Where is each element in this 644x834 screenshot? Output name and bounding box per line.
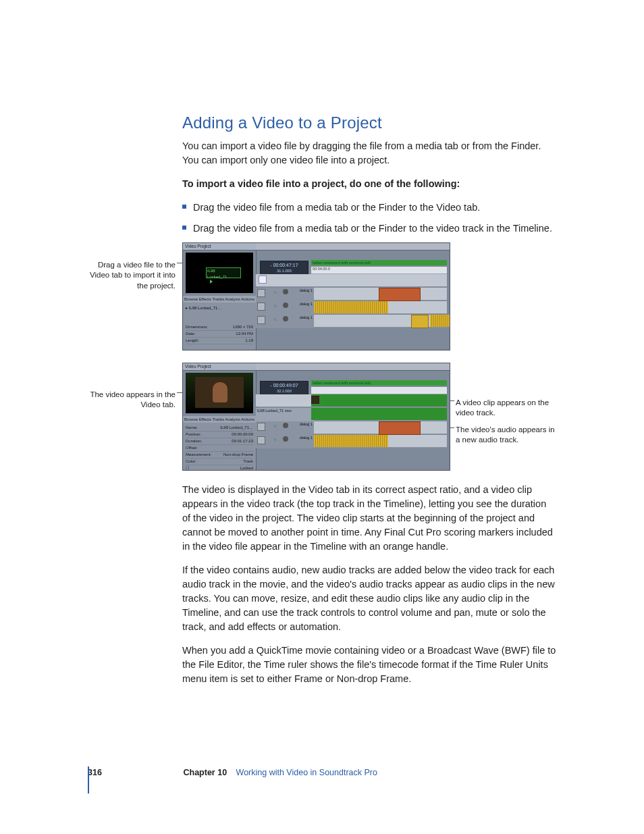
show-header: Italian restaurant with surround edit <box>311 380 447 386</box>
figure-1: Drag a video file to the Video tab to im… <box>88 242 574 350</box>
show-header: Italian restaurant with surround edit <box>311 260 447 265</box>
audio-track: ☆dialog 1 <box>256 315 447 328</box>
video-track-icon <box>259 276 267 284</box>
timeline-toolbar <box>256 363 450 371</box>
section-heading: Adding a Video to a Project <box>88 111 574 135</box>
bullet-item: Drag the video file from a media tab or … <box>182 221 557 236</box>
body-paragraph: If the video contains audio, new audio t… <box>182 563 557 634</box>
audio-track: ☆dialog 1 <box>256 301 447 314</box>
timeline-toolbar <box>256 243 450 251</box>
new-audio-clip <box>311 408 447 420</box>
drag-file-box: IL98 Locked_71… <box>206 267 241 278</box>
video-track <box>256 274 447 287</box>
screenshot: Video Project Browse Effects Tracks Anal… <box>182 363 450 471</box>
footer-rule <box>88 766 89 793</box>
time-ruler: 00:04:00:0 <box>311 267 447 274</box>
info-tabs: Browse Effects Tracks Analysis Actions <box>183 296 257 303</box>
video-preview-empty: IL98 Locked_71… <box>186 253 253 293</box>
info-list: Name:IL98 Locked_71… Position:00:00:00:0… <box>183 423 256 470</box>
audio-clip <box>379 288 421 301</box>
video-clip <box>311 394 447 407</box>
callout-left: Drag a video file to the Video tab to im… <box>81 260 176 292</box>
tabs-left: Video Project <box>183 363 213 370</box>
audio-clip <box>379 421 421 435</box>
instruction-heading: To import a video file into a project, d… <box>182 177 557 191</box>
cursor-icon <box>210 280 213 284</box>
video-track <box>256 394 447 407</box>
bullet-item: Drag the video file from a media tab or … <box>182 201 557 215</box>
audio-track-new: IL98 Locked_71 mov <box>256 408 447 421</box>
chapter-title: Working with Video in Soundtrack Pro <box>236 768 377 777</box>
callout-left: The video appears in the Video tab. <box>81 390 176 411</box>
info-tabs: Browse Effects Tracks Analysis Actions <box>183 416 257 423</box>
chapter-label: Chapter 10 <box>183 768 227 777</box>
audio-clip <box>314 301 388 313</box>
intro-paragraph: You can import a video file by dragging … <box>182 139 557 167</box>
info-list: ▸ IL98 Locked_71… Dimensions:1280 × 720 … <box>183 303 256 350</box>
tabs-left: Video Project <box>183 243 213 250</box>
audio-track: ☆dialog 1 <box>256 435 447 448</box>
body-paragraph: When you add a QuickTime movie containin… <box>182 644 557 686</box>
audio-track: ☆dialog 1 <box>256 288 447 301</box>
audio-clip <box>430 315 450 327</box>
video-preview <box>186 373 253 413</box>
time-ruler <box>311 387 447 394</box>
audio-track: ☆dialog 1 <box>256 421 447 434</box>
callout-right: A video clip appears on the video track. <box>456 398 560 419</box>
page-footer: 316 Chapter 10 Working with Video in Sou… <box>88 766 574 779</box>
audio-clip <box>314 435 388 447</box>
page-number: 316 <box>88 766 105 779</box>
figure-2: The video appears in the Video tab. A vi… <box>88 363 574 471</box>
screenshot: Video Project IL98 Locked_71… Browse Eff… <box>182 242 450 350</box>
video-thumb <box>311 396 319 404</box>
callout-right: The video's audio appears in a new audio… <box>456 425 560 446</box>
body-paragraph: The video is displayed in the Video tab … <box>182 483 557 554</box>
audio-clip <box>411 315 429 328</box>
